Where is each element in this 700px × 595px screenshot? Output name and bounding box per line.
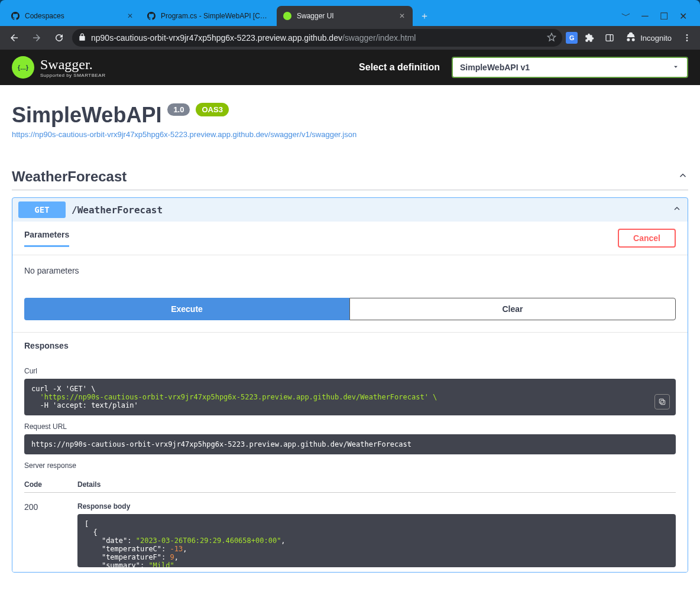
operation-summary[interactable]: GET /WeatherForecast bbox=[12, 198, 688, 222]
api-title: SimpleWebAPI bbox=[12, 103, 161, 128]
version-badge: 1.0 bbox=[167, 103, 190, 116]
response-code: 200 bbox=[24, 502, 77, 567]
swagger-topbar: {…} Swagger. Supported by SMARTBEAR Sele… bbox=[0, 50, 700, 85]
github-icon bbox=[147, 11, 156, 21]
viewport[interactable]: {…} Swagger. Supported by SMARTBEAR Sele… bbox=[0, 50, 700, 595]
swagger-logo: {…} Swagger. Supported by SMARTBEAR bbox=[12, 56, 105, 79]
side-panel-icon[interactable] bbox=[601, 30, 618, 46]
response-body-label: Response body bbox=[77, 502, 676, 511]
curl-block: curl -X 'GET' \ 'https://np90s-cautious-… bbox=[24, 379, 676, 415]
extensions-icon[interactable] bbox=[581, 30, 598, 46]
tabs-strip: Codespaces ✕ Program.cs - SimpleWebAPI [… bbox=[5, 0, 622, 26]
operation-path: /WeatherForecast bbox=[72, 204, 163, 216]
tag-header[interactable]: WeatherForecast bbox=[12, 168, 688, 190]
forward-button[interactable] bbox=[27, 28, 46, 47]
tab-title: Program.cs - SimpleWebAPI [Co… bbox=[161, 12, 271, 20]
star-icon[interactable] bbox=[547, 32, 556, 44]
url-text: np90s-cautious-orbit-vrx9jr47xp5hpg6x-52… bbox=[91, 33, 542, 43]
svg-rect-0 bbox=[606, 35, 613, 41]
spec-url-link[interactable]: https://np90s-cautious-orbit-vrx9jr47xp5… bbox=[12, 130, 688, 139]
details-column-header: Details bbox=[77, 480, 101, 489]
menu-icon[interactable] bbox=[679, 30, 695, 46]
oas-badge: OAS3 bbox=[196, 103, 228, 116]
execute-button[interactable]: Execute bbox=[24, 298, 349, 320]
response-json[interactable]: [ { "date": "2023-03-26T06:29:29.460658+… bbox=[77, 514, 676, 567]
svg-point-4 bbox=[686, 40, 688, 41]
tab-swagger-ui[interactable]: Swagger UI ✕ bbox=[277, 6, 413, 26]
maximize-icon[interactable]: ☐ bbox=[660, 12, 668, 20]
tab-program-cs[interactable]: Program.cs - SimpleWebAPI [Co… bbox=[141, 6, 277, 26]
responses-header: Responses bbox=[12, 332, 688, 355]
swagger-body: SimpleWebAPI 1.0 OAS3 https://np90s-caut… bbox=[0, 85, 700, 590]
response-row: 200 Response body [ { "date": "2023-03-2… bbox=[24, 493, 676, 567]
server-response-label: Server response bbox=[24, 461, 676, 470]
svg-point-3 bbox=[686, 37, 688, 39]
execute-row: Execute Clear bbox=[12, 286, 688, 332]
definition-select[interactable]: SimpleWebAPI v1 bbox=[452, 57, 688, 78]
swagger-brand: Swagger. bbox=[40, 57, 105, 73]
translate-icon[interactable]: G bbox=[566, 32, 578, 44]
incognito-label: Incognito bbox=[640, 34, 672, 43]
parameters-tab[interactable]: Parameters bbox=[24, 230, 69, 247]
definition-selected: SimpleWebAPI v1 bbox=[460, 63, 530, 72]
cancel-button[interactable]: Cancel bbox=[618, 229, 676, 248]
operation-block: GET /WeatherForecast Parameters Cancel N… bbox=[12, 197, 688, 573]
window-controls: ﹀ ─ ☐ ✕ bbox=[622, 12, 695, 26]
lock-icon bbox=[78, 33, 86, 43]
swagger-sub: Supported by SMARTBEAR bbox=[40, 73, 105, 78]
chevron-down-icon[interactable]: ﹀ bbox=[622, 12, 630, 20]
github-icon bbox=[11, 11, 20, 21]
incognito-chip[interactable]: Incognito bbox=[621, 31, 675, 45]
clear-button[interactable]: Clear bbox=[349, 298, 676, 320]
responses-section: Curl curl -X 'GET' \ 'https://np90s-caut… bbox=[12, 355, 688, 572]
tag-section: WeatherForecast GET /WeatherForecast bbox=[12, 168, 688, 573]
svg-rect-6 bbox=[659, 399, 663, 403]
chevron-up-icon bbox=[678, 170, 688, 183]
back-button[interactable] bbox=[5, 28, 24, 47]
swagger-icon bbox=[283, 11, 292, 21]
browser-window: Codespaces ✕ Program.cs - SimpleWebAPI [… bbox=[0, 0, 700, 595]
reload-button[interactable] bbox=[50, 28, 69, 47]
svg-rect-5 bbox=[661, 401, 665, 405]
minimize-icon[interactable]: ─ bbox=[641, 12, 649, 20]
request-url-block: https://np90s-cautious-orbit-vrx9jr47xp5… bbox=[24, 434, 676, 454]
new-tab-button[interactable]: ＋ bbox=[416, 8, 433, 24]
titlebar: Codespaces ✕ Program.cs - SimpleWebAPI [… bbox=[0, 0, 700, 26]
api-title-row: SimpleWebAPI 1.0 OAS3 bbox=[12, 103, 688, 128]
incognito-icon bbox=[625, 31, 637, 45]
close-icon[interactable]: ✕ bbox=[397, 11, 407, 21]
parameters-content: No parameters bbox=[12, 255, 688, 286]
tab-title: Swagger UI bbox=[297, 12, 393, 20]
definition-label: Select a definition bbox=[359, 62, 440, 73]
response-table-header: Code Details bbox=[24, 476, 676, 493]
chevron-up-icon bbox=[672, 204, 682, 216]
close-window-icon[interactable]: ✕ bbox=[679, 12, 687, 20]
tab-title: Codespaces bbox=[25, 12, 121, 20]
close-icon[interactable]: ✕ bbox=[125, 11, 135, 21]
tag-name: WeatherForecast bbox=[12, 168, 127, 185]
svg-point-2 bbox=[686, 34, 688, 36]
copy-icon[interactable] bbox=[654, 394, 670, 409]
parameters-bar: Parameters Cancel bbox=[12, 222, 688, 255]
address-bar: np90s-cautious-orbit-vrx9jr47xp5hpg6x-52… bbox=[0, 26, 700, 50]
chevron-down-icon bbox=[672, 63, 680, 73]
operation-body: Parameters Cancel No parameters Execute … bbox=[12, 222, 688, 572]
code-column-header: Code bbox=[24, 480, 77, 489]
swagger-logo-icon: {…} bbox=[12, 56, 34, 79]
omnibox[interactable]: np90s-cautious-orbit-vrx9jr47xp5hpg6x-52… bbox=[72, 29, 562, 47]
swagger-logo-text: Swagger. Supported by SMARTBEAR bbox=[40, 57, 105, 78]
method-badge: GET bbox=[18, 201, 66, 218]
request-url-label: Request URL bbox=[24, 422, 676, 431]
response-details: Response body [ { "date": "2023-03-26T06… bbox=[77, 502, 676, 567]
curl-label: Curl bbox=[24, 367, 676, 375]
tab-codespaces[interactable]: Codespaces ✕ bbox=[5, 6, 141, 26]
